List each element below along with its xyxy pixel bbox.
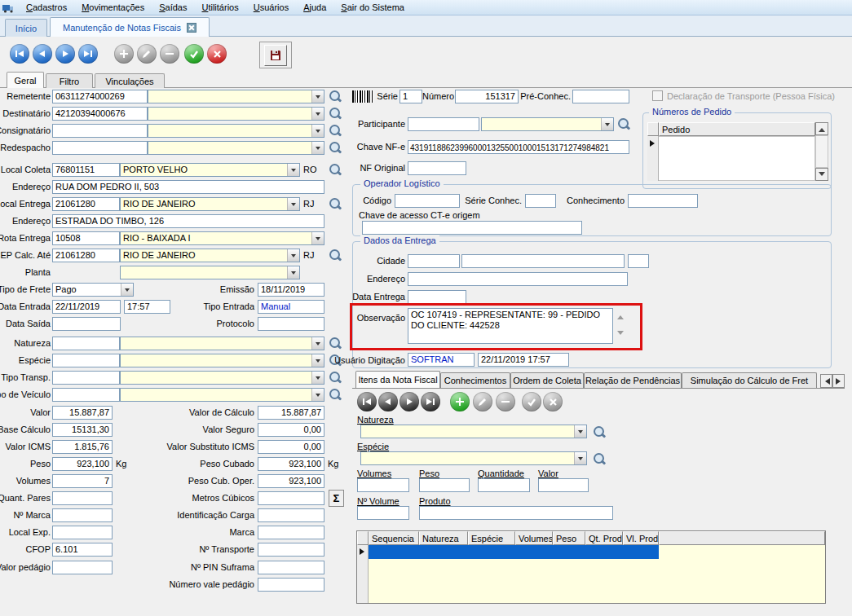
grid-header-natureza[interactable]: Natureza [419, 531, 468, 545]
valor-icms-field[interactable]: 1.815,76 [52, 440, 113, 454]
grid-selected-row[interactable] [369, 545, 659, 559]
tipo-veiculo-search-icon[interactable] [329, 389, 342, 402]
item-prev-button[interactable] [378, 392, 398, 411]
tipo-transp-combo[interactable] [120, 371, 324, 385]
local-entrega-combo[interactable]: RIO DE JANEIRO [120, 197, 300, 211]
cancel-button[interactable] [207, 44, 227, 64]
local-entrega-code-field[interactable]: 21061280 [52, 197, 120, 211]
destinatario-combo[interactable] [148, 107, 324, 121]
metros-cubicos-field[interactable] [258, 491, 324, 505]
local-coleta-code-field[interactable]: 76801151 [52, 163, 120, 177]
marca-field[interactable] [258, 526, 324, 539]
especie-combo[interactable] [120, 354, 324, 367]
item-quantidade-field[interactable] [478, 478, 530, 492]
valor-calculo-field[interactable]: 15.887,87 [258, 406, 324, 420]
redespacho-combo[interactable] [148, 141, 324, 155]
participante-code-field[interactable] [408, 117, 479, 131]
numero-vale-pedagio-field[interactable] [258, 578, 324, 592]
item-n-volume-field[interactable] [357, 506, 409, 520]
confirm-button[interactable] [184, 44, 204, 64]
tipo-frete-combo[interactable]: Pago [52, 283, 134, 297]
tipo-transp-code-field[interactable] [52, 371, 120, 385]
cidade-code-field[interactable] [408, 254, 460, 268]
cep-calc-ate-search-icon[interactable] [329, 249, 342, 262]
tipo-veiculo-code-field[interactable] [52, 388, 120, 402]
tab-ordem-coleta[interactable]: Ordem de Coleta [510, 372, 584, 388]
tipo-transp-search-icon[interactable] [329, 372, 342, 385]
menu-movimentacoes[interactable]: Movimentações [74, 1, 152, 14]
prev-record-button[interactable] [33, 44, 52, 64]
data-entrega-field[interactable] [408, 290, 466, 304]
tipo-veiculo-combo[interactable] [120, 388, 324, 402]
destinatario-code-field[interactable]: 42120394000676 [52, 107, 148, 121]
next-record-button[interactable] [55, 44, 75, 64]
local-coleta-combo[interactable]: PORTO VELHO [120, 163, 300, 177]
item-natureza-combo[interactable] [360, 425, 587, 438]
natureza-combo[interactable] [120, 337, 324, 350]
save-disk-button[interactable] [264, 45, 287, 66]
first-record-button[interactable] [10, 44, 29, 64]
endereco-entrega-field[interactable]: ESTRADA DO TIMBO, 126 [52, 214, 324, 228]
item-valor-field[interactable] [538, 478, 589, 492]
item-add-button[interactable] [450, 392, 470, 411]
consignatario-code-field[interactable] [52, 124, 148, 138]
n-marca-field[interactable] [52, 508, 113, 522]
item-peso-field[interactable] [419, 478, 470, 492]
grid-header-sequencia[interactable]: Sequencia [369, 531, 419, 545]
n-pin-suframa-field[interactable] [258, 561, 324, 574]
item-produto-field[interactable] [419, 506, 613, 520]
tab-manutencao-notas-fiscais[interactable]: Manutenção de Notas Fiscais [50, 17, 210, 37]
numero-field[interactable]: 151317 [455, 90, 519, 103]
cep-calc-ate-code-field[interactable]: 21061280 [52, 249, 120, 262]
emissao-field[interactable]: 18/11/2019 [258, 283, 324, 297]
tab-conhecimentos[interactable]: Conhecimentos [440, 372, 510, 388]
tab-relacao-pendencias[interactable]: Relação de Pendências [584, 372, 682, 388]
pedido-column-header[interactable]: Pedido [659, 122, 815, 136]
peso-cubado-field[interactable]: 923,100 [258, 457, 324, 471]
serie-field[interactable]: 1 [400, 90, 422, 103]
declaracao-transporte-checkbox[interactable] [652, 90, 663, 101]
especie-code-field[interactable] [52, 354, 120, 367]
quant-pares-field[interactable] [52, 491, 113, 505]
cidade-name-field[interactable] [461, 254, 625, 268]
peso-field[interactable]: 923,100 [52, 457, 113, 471]
delete-record-button[interactable] [160, 44, 179, 64]
menu-utilitarios[interactable]: Utilitários [194, 1, 245, 14]
tab-filtro[interactable]: Filtro [46, 73, 93, 88]
identificacao-carga-field[interactable] [258, 508, 324, 522]
tab-itens-nota-fiscal[interactable]: Itens da Nota Fiscal [355, 371, 440, 388]
destinatario-search-icon[interactable] [329, 108, 342, 121]
n-transporte-field[interactable] [258, 543, 324, 557]
rota-entrega-combo[interactable]: RIO - BAIXADA I [120, 231, 324, 245]
item-volumes-field[interactable] [357, 478, 409, 492]
menu-sair-do-sistema[interactable]: Sair do Sistema [333, 1, 412, 14]
valor-field[interactable]: 15.887,87 [52, 406, 113, 420]
item-delete-button[interactable] [496, 392, 515, 411]
rota-entrega-code-field[interactable]: 10508 [52, 231, 120, 245]
grid-header-peso[interactable]: Peso [553, 531, 585, 545]
data-saida-field[interactable] [52, 317, 121, 331]
pedido-grid-body[interactable] [659, 136, 815, 181]
last-record-button[interactable] [78, 44, 98, 64]
item-confirm-button[interactable] [522, 392, 541, 411]
item-natureza-search-icon[interactable] [594, 426, 607, 439]
protocolo-field[interactable] [258, 317, 324, 331]
chave-nfe-field[interactable]: 4319118862399600013255001000151317127498… [408, 140, 629, 154]
local-coleta-search-icon[interactable] [329, 164, 342, 177]
menu-ajuda[interactable]: Ajuda [296, 1, 333, 14]
item-especie-combo[interactable] [360, 451, 587, 465]
local-exp-field[interactable] [52, 526, 113, 539]
tab-inicio[interactable]: Início [5, 19, 47, 37]
cfop-field[interactable]: 6.101 [52, 543, 113, 557]
consignatario-combo[interactable] [148, 124, 324, 138]
edit-record-button[interactable] [137, 44, 157, 64]
conhecimento-field[interactable] [628, 194, 698, 208]
item-cancel-button[interactable] [543, 392, 563, 411]
grid-header-vl-prod[interactable]: Vl. Prod. [623, 531, 659, 545]
item-edit-button[interactable] [473, 392, 492, 411]
chave-cte-field[interactable] [362, 221, 582, 235]
sum-button[interactable]: Σ [329, 490, 344, 507]
base-calculo-field[interactable]: 15131,30 [52, 423, 113, 437]
pre-conhec-field[interactable] [572, 90, 629, 103]
add-record-button[interactable] [114, 44, 134, 64]
